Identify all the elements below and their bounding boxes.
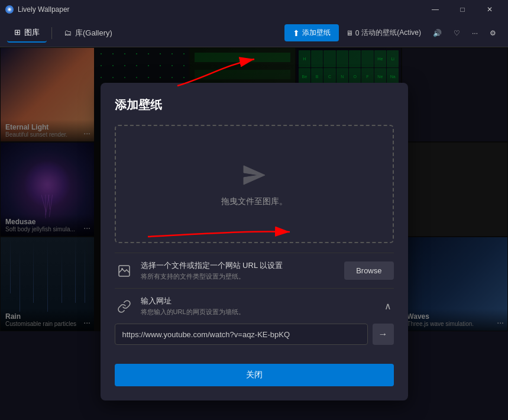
add-wallpaper-button[interactable]: ⬆ 添加壁纸 bbox=[284, 24, 339, 41]
file-section-text: 选择一个文件或指定一个网站 URL 以设置 将所有支持的文件类型设置为壁纸。 bbox=[141, 260, 338, 281]
active-count: 0 bbox=[355, 29, 360, 37]
modal-overlay: 添加壁纸 拖曳文件至图库。 选择一个文件或指定一个网站 bbox=[0, 47, 508, 420]
url-section-text: 输入网址 将您输入的URL的网页设置为墙纸。 bbox=[141, 296, 375, 316]
active-label: 活动的壁纸(Active) bbox=[361, 28, 421, 38]
modal-title: 添加壁纸 bbox=[115, 97, 394, 113]
svg-point-2 bbox=[8, 8, 11, 11]
monitor-icon: 🖥 bbox=[346, 29, 353, 37]
add-wallpaper-modal: 添加壁纸 拖曳文件至图库。 选择一个文件或指定一个网站 bbox=[101, 83, 408, 400]
file-section: 选择一个文件或指定一个网站 URL 以设置 将所有支持的文件类型设置为壁纸。 B… bbox=[115, 253, 394, 288]
url-section-sublabel: 将您输入的URL的网页设置为墙纸。 bbox=[141, 308, 375, 316]
url-section-collapse-button[interactable]: ∧ bbox=[382, 298, 394, 314]
app-logo-icon bbox=[5, 5, 14, 14]
drop-zone[interactable]: 拖曳文件至图库。 bbox=[115, 125, 394, 243]
library-icon: ⊞ bbox=[14, 28, 21, 37]
more-button[interactable]: ··· bbox=[467, 27, 483, 40]
url-section-label: 输入网址 bbox=[141, 296, 375, 306]
url-input[interactable] bbox=[115, 324, 368, 345]
browse-action: Browse bbox=[344, 261, 393, 280]
file-section-label: 选择一个文件或指定一个网站 URL 以设置 bbox=[141, 260, 338, 271]
navbar: ⊞ 图库 🗂 库(Gallery) ⬆ 添加壁纸 🖥 0 活动的壁纸(Activ… bbox=[0, 19, 508, 47]
gallery-nav-item[interactable]: 🗂 库(Gallery) bbox=[57, 24, 119, 42]
send-icon bbox=[240, 161, 268, 189]
library-nav-item[interactable]: ⊞ 图库 bbox=[7, 24, 47, 43]
titlebar-controls: — □ ✕ bbox=[422, 0, 503, 19]
settings-icon: ⚙ bbox=[490, 29, 496, 37]
url-go-button[interactable]: → bbox=[373, 324, 394, 345]
app-title: Lively Wallpaper bbox=[18, 5, 70, 14]
favorites-button[interactable]: ♡ bbox=[449, 27, 465, 40]
library-label: 图库 bbox=[24, 27, 40, 38]
titlebar-left: Lively Wallpaper bbox=[5, 5, 70, 14]
url-section: 输入网址 将您输入的URL的网页设置为墙纸。 ∧ → bbox=[115, 288, 394, 352]
image-file-icon bbox=[115, 261, 134, 280]
more-icon: ··· bbox=[472, 29, 478, 37]
minimize-button[interactable]: — bbox=[422, 0, 449, 19]
active-wallpaper-button[interactable]: 🖥 0 活动的壁纸(Active) bbox=[341, 25, 426, 40]
link-icon bbox=[115, 297, 134, 316]
close-modal-button[interactable]: 关闭 bbox=[115, 364, 394, 386]
titlebar: Lively Wallpaper — □ ✕ bbox=[0, 0, 508, 19]
heart-icon: ♡ bbox=[454, 29, 460, 37]
nav-divider bbox=[51, 27, 52, 39]
file-section-sublabel: 将所有支持的文件类型设置为壁纸。 bbox=[141, 272, 338, 281]
gallery-label: 库(Gallery) bbox=[75, 28, 112, 38]
modal-footer: 关闭 bbox=[115, 364, 394, 386]
close-button[interactable]: ✕ bbox=[476, 0, 503, 19]
main-content: Eternal Light Beautiful sunset render. ·… bbox=[0, 47, 508, 420]
gallery-icon: 🗂 bbox=[64, 28, 72, 37]
maximize-button[interactable]: □ bbox=[449, 0, 476, 19]
browse-button[interactable]: Browse bbox=[344, 261, 393, 280]
add-wallpaper-label: 添加壁纸 bbox=[302, 28, 331, 38]
add-wallpaper-icon: ⬆ bbox=[293, 28, 300, 38]
url-header: 输入网址 将您输入的URL的网页设置为墙纸。 ∧ bbox=[115, 296, 394, 316]
url-input-row: → bbox=[115, 324, 394, 345]
drop-zone-text: 拖曳文件至图库。 bbox=[221, 196, 287, 207]
settings-button[interactable]: ⚙ bbox=[485, 27, 501, 40]
volume-button[interactable]: 🔊 bbox=[428, 27, 446, 40]
volume-icon: 🔊 bbox=[433, 29, 442, 37]
